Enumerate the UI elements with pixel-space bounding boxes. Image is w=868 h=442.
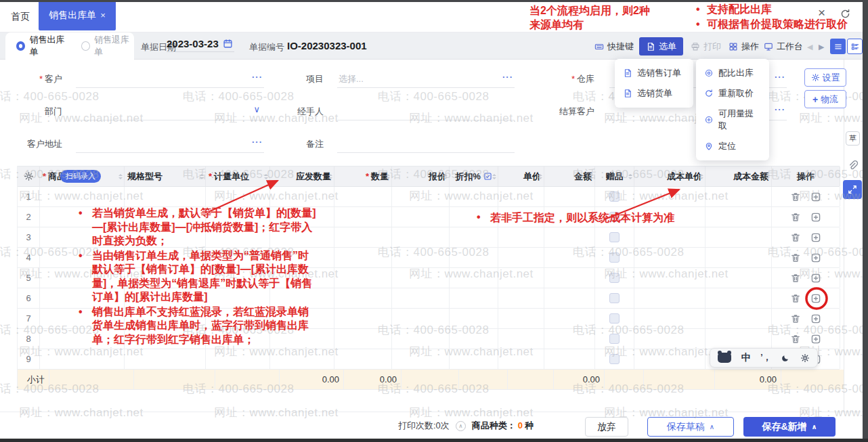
col-header-select[interactable] (18, 167, 40, 186)
col-header-计量单位[interactable]: *计量单位 (206, 167, 270, 186)
grid-cell[interactable] (544, 288, 595, 308)
sort-arrows-icon[interactable] (118, 172, 123, 181)
sort-arrows-icon[interactable] (538, 172, 542, 181)
grid-cell[interactable] (634, 288, 706, 308)
col-header-折扣%[interactable]: 折扣% (450, 167, 498, 186)
sort-arrows-icon[interactable] (386, 172, 390, 181)
grid-cell[interactable] (206, 187, 270, 206)
grid-cell[interactable] (634, 187, 706, 206)
grid-cell[interactable] (498, 248, 544, 267)
col-header-报价[interactable]: 报价 (392, 167, 450, 186)
menu-item-locate[interactable]: 定位 (696, 136, 769, 156)
lookup-ellipsis-icon[interactable]: ··· (775, 104, 785, 114)
col-header-商品[interactable]: *商品扫码录入 (40, 167, 125, 186)
attachment-paperclip-icon[interactable] (847, 160, 859, 171)
grid-cell[interactable] (40, 187, 125, 206)
project-input[interactable]: 选择...··· (337, 70, 515, 88)
ime-language-toggle[interactable]: 中 (741, 352, 751, 364)
gift-checkbox[interactable] (609, 232, 620, 242)
row-delete-button[interactable] (790, 211, 801, 223)
gift-checkbox[interactable] (609, 334, 620, 344)
radio-sales-return[interactable]: 销售退库单 (81, 34, 134, 58)
row-delete-button[interactable] (790, 292, 801, 304)
grid-cell[interactable] (392, 309, 450, 328)
grid-cell[interactable] (125, 187, 206, 206)
grid-cell[interactable] (544, 329, 595, 349)
grid-cell[interactable] (334, 349, 392, 369)
col-header-单价[interactable]: 单价 (498, 167, 544, 186)
grid-cell[interactable] (498, 227, 544, 247)
row-add-button[interactable] (810, 252, 821, 263)
gift-checkbox[interactable] (609, 273, 620, 283)
toolbar-print-button[interactable]: 打印 (691, 38, 721, 56)
ime-punctuation-toggle[interactable]: ’， (760, 352, 771, 363)
menu-item-available-qty[interactable]: 可用量提取 (696, 104, 769, 136)
grid-cell[interactable] (334, 187, 392, 206)
grid-cell[interactable] (544, 227, 595, 247)
grid-cell[interactable] (634, 268, 706, 288)
grid-cell[interactable] (544, 309, 595, 328)
nav-prev-icon[interactable]: ◀ (807, 38, 812, 56)
grid-cell[interactable] (544, 349, 595, 369)
remark-input[interactable] (337, 135, 515, 153)
grid-cell[interactable] (706, 227, 772, 247)
grid-cell[interactable] (392, 288, 450, 308)
row-delete-button[interactable] (790, 272, 801, 284)
col-header-应发数量[interactable]: 应发数量 (270, 167, 334, 186)
menu-item-reprice[interactable]: 重新取价 (696, 83, 769, 104)
toolbar-workbench-button[interactable]: 工作台 (764, 38, 803, 56)
grid-cell[interactable] (706, 187, 772, 206)
grid-cell[interactable] (450, 268, 498, 288)
nav-next-icon[interactable]: ▶ (819, 38, 824, 56)
grid-cell[interactable] (206, 349, 270, 369)
save-and-new-button[interactable]: 保存&新增∧ (743, 417, 836, 437)
grid-cell[interactable] (334, 288, 392, 308)
toolbar-select-doc-button[interactable]: 选单 (639, 37, 683, 56)
grid-cell[interactable] (392, 187, 450, 206)
toolbar-shortcut-button[interactable]: 快捷键 (594, 38, 634, 56)
draft-icon[interactable]: 草 (846, 131, 860, 146)
gift-checkbox[interactable] (609, 293, 620, 303)
grid-cell[interactable] (334, 207, 392, 227)
moon-icon[interactable] (781, 353, 790, 363)
tab-close-icon[interactable]: × (100, 10, 106, 20)
sort-arrows-icon[interactable] (699, 172, 703, 181)
discard-button[interactable]: 放弃 (585, 417, 628, 437)
row-add-button[interactable] (810, 313, 821, 324)
radio-sales-outbound[interactable]: 销售出库单 (16, 34, 69, 58)
sort-arrows-icon[interactable] (766, 172, 770, 181)
grid-cell[interactable] (634, 309, 706, 328)
grid-cell[interactable] (392, 268, 450, 288)
grid-cell[interactable] (334, 248, 392, 267)
col-header-赠品[interactable]: 赠品 (595, 167, 634, 186)
grid-cell[interactable] (544, 248, 595, 267)
grid-cell[interactable] (450, 349, 498, 369)
sort-arrows-icon[interactable] (628, 172, 632, 181)
sort-arrows-icon[interactable] (264, 172, 268, 181)
grid-cell[interactable] (544, 268, 595, 288)
column-settings-gear-icon[interactable] (24, 171, 34, 181)
grid-cell[interactable] (334, 309, 392, 328)
grid-cell[interactable] (544, 187, 595, 206)
grid-cell[interactable] (498, 349, 544, 369)
menu-item-select-sales-order[interactable]: 选销售订单 (615, 63, 693, 83)
grid-cell[interactable] (334, 227, 392, 247)
sort-arrows-icon[interactable] (200, 172, 204, 181)
grid-cell[interactable] (706, 268, 772, 288)
tab-home[interactable]: 首页 (11, 11, 30, 23)
row-delete-button[interactable] (790, 333, 801, 345)
grid-cell[interactable] (498, 329, 544, 349)
col-header-金额[interactable]: 金额 (544, 167, 595, 186)
grid-cell[interactable] (270, 187, 334, 206)
row-delete-button[interactable] (790, 313, 801, 324)
col-header-规格型号[interactable]: 规格型号 (125, 167, 206, 186)
grid-cell[interactable] (450, 248, 498, 267)
grid-cell[interactable] (706, 248, 772, 267)
grid-cell[interactable] (634, 329, 706, 349)
gear-icon[interactable] (800, 353, 810, 363)
grid-cell[interactable] (450, 227, 498, 247)
menu-item-select-sales-invoice[interactable]: 选销货单 (615, 83, 693, 104)
ime-logo-icon[interactable] (718, 353, 731, 363)
grid-cell[interactable] (498, 187, 544, 206)
grid-cell[interactable] (450, 329, 498, 349)
